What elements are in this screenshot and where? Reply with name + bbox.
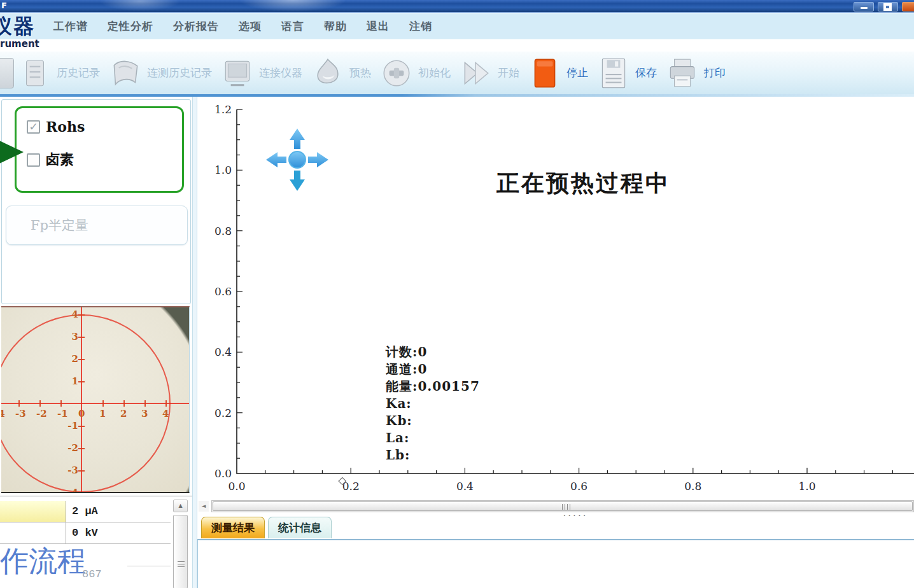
svg-text:0.4: 0.4 <box>456 480 474 493</box>
readout-value: 0 kV <box>66 522 171 543</box>
toolbar-button-initialize[interactable]: 初始化 <box>381 56 451 90</box>
preheat-icon <box>312 56 344 90</box>
reticle-tick <box>78 470 85 472</box>
menu-item-4[interactable]: 选项 <box>239 19 262 34</box>
toolbar-button-preheat[interactable]: 预热 <box>312 56 371 90</box>
reticle-tick <box>78 426 85 427</box>
maximize-icon <box>885 4 890 10</box>
application-window: F 工作谱定性分析分析报告选项语言帮助退出注销 仪器 rument 历史记录连测… <box>0 0 914 588</box>
reticle-number-v: 1 <box>67 375 78 387</box>
readout-line: 能量:0.00157 <box>386 378 480 395</box>
tab-measure-results[interactable]: 测量结果 <box>201 517 265 538</box>
reticle-tick <box>18 400 20 407</box>
menu-item-3[interactable]: 分析报告 <box>173 19 219 34</box>
save-icon <box>598 56 629 90</box>
menu-item-6[interactable]: 帮助 <box>324 19 347 34</box>
title-bar[interactable]: F <box>0 0 914 13</box>
toolbar-button-batch-history[interactable]: 连测历史记录 <box>109 56 212 90</box>
close-button[interactable] <box>902 2 914 11</box>
spectrum-readout: 计数:0通道:0能量:0.00157Ka:Kb:La:Lb: <box>386 344 480 464</box>
toolbar-button-stop[interactable]: 停止 <box>529 56 588 90</box>
reticle-number-h: 3 <box>141 408 148 419</box>
svg-text:0.6: 0.6 <box>570 480 587 493</box>
reticle-tick <box>39 400 41 407</box>
reticle-tick <box>78 448 85 449</box>
toolbar-button-start[interactable]: 开始 <box>460 56 519 90</box>
menu-bar: 工作谱定性分析分析报告选项语言帮助退出注销 <box>0 13 914 39</box>
menu-item-2[interactable]: 定性分析 <box>108 19 153 34</box>
tab-content <box>197 539 914 588</box>
menu-item-1[interactable]: 工作谱 <box>53 19 88 34</box>
reticle-tick <box>78 337 85 338</box>
vertical-scrollbar[interactable]: ▲ <box>172 500 189 588</box>
spectrum-chart: 0.00.20.40.60.81.00.00.20.40.60.81.01.2 … <box>197 97 914 500</box>
reticle-tick <box>165 400 167 407</box>
reticle-tick <box>144 400 146 407</box>
clipped-toolbar-icon <box>0 58 14 88</box>
watermark-number: 867 <box>82 568 102 580</box>
reticle-tick <box>78 493 85 493</box>
readout-line: Lb: <box>386 447 480 464</box>
reticle-tick <box>102 400 104 407</box>
toolbar-button-label: 开始 <box>498 66 519 80</box>
svg-text:1.0: 1.0 <box>214 164 232 176</box>
menu-item-8[interactable]: 注销 <box>409 19 432 34</box>
pan-control[interactable] <box>262 125 332 195</box>
app-logo: 仪器 <box>0 13 35 41</box>
svg-text:0.2: 0.2 <box>214 407 232 419</box>
svg-text:1.2: 1.2 <box>214 103 232 116</box>
scroll-up-icon[interactable]: ▲ <box>173 500 188 512</box>
readout-label-cell <box>0 522 66 543</box>
horizontal-scrollbar-thumb[interactable] <box>213 501 913 511</box>
stop-icon <box>529 56 561 90</box>
toolbar-button-label: 连接仪器 <box>259 66 302 80</box>
app-logo-subtext: rument <box>0 38 39 50</box>
sample-camera-view: -4-3-2-1012344321-1-2-3-4 <box>1 306 190 493</box>
reticle-number-h: 2 <box>120 408 127 419</box>
horizontal-scrollbar[interactable]: ◄ ····· <box>199 500 914 513</box>
minimize-icon <box>861 7 868 9</box>
tab-statistics[interactable]: 统计信息 <box>268 517 332 538</box>
panel-splitter[interactable] <box>192 97 197 588</box>
menu-item-7[interactable]: 退出 <box>367 19 390 34</box>
toolbar-button-print[interactable]: 打印 <box>666 56 726 90</box>
toolbar-button-history[interactable]: 历史记录 <box>19 56 100 90</box>
mode-option-卤素[interactable]: 卤素 <box>27 150 74 169</box>
print-icon <box>666 56 698 90</box>
readout-line: 计数:0 <box>386 344 480 361</box>
title-text: F <box>1 1 7 10</box>
reticle-number-v: 2 <box>67 353 78 365</box>
start-icon <box>460 56 492 90</box>
reticle-tick <box>78 359 85 360</box>
svg-text:0.8: 0.8 <box>214 225 232 237</box>
readout-row: 2 μA <box>0 501 171 522</box>
reticle-number-h: 0 <box>78 408 85 419</box>
scroll-left-icon[interactable]: ◄ <box>199 501 209 512</box>
pan-down-icon <box>290 171 305 191</box>
fp-semiquant-button[interactable]: Fp半定量 <box>6 206 188 245</box>
reticle-number-h: -3 <box>15 408 26 419</box>
reticle-number-v: 4 <box>67 309 78 320</box>
readout-row: 0 kV <box>0 522 171 544</box>
pan-up-icon <box>290 129 305 149</box>
reticle-number-v: -4 <box>67 487 78 493</box>
toolbar-button-connect-instrument[interactable]: 连接仪器 <box>221 56 302 90</box>
readout-line: 通道:0 <box>386 361 480 378</box>
pan-right-icon <box>308 152 328 167</box>
reticle-number-v: 3 <box>67 331 78 342</box>
menu-item-5[interactable]: 语言 <box>281 19 304 34</box>
status-message: 正在预热过程中 <box>496 168 670 199</box>
resize-dots: ····· <box>550 510 601 522</box>
reticle-tick <box>78 314 85 316</box>
maximize-button[interactable] <box>878 2 898 11</box>
toolbar-button-label: 预热 <box>349 66 371 80</box>
reticle-number-v: -1 <box>67 420 78 431</box>
checkbox-unchecked-icon[interactable] <box>27 153 40 167</box>
checkbox-checked-icon[interactable]: ✓ <box>27 120 40 134</box>
toolbar: 历史记录连测历史记录连接仪器预热初始化开始停止保存打印 <box>0 51 914 94</box>
minimize-button[interactable] <box>854 2 874 11</box>
reticle-number-h: -4 <box>1 408 5 419</box>
toolbar-button-save[interactable]: 保存 <box>598 56 657 90</box>
vertical-scrollbar-thumb[interactable] <box>173 515 188 588</box>
mode-option-rohs[interactable]: ✓Rohs <box>27 118 85 135</box>
